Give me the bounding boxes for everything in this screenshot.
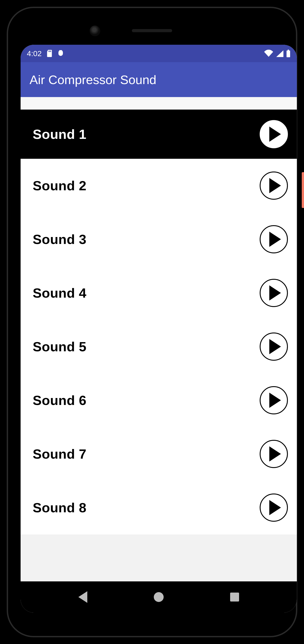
- content-top-gap: [21, 97, 297, 110]
- svg-rect-5: [286, 50, 290, 57]
- svg-rect-2: [50, 50, 51, 52]
- play-button[interactable]: [260, 386, 288, 414]
- sound-row[interactable]: Sound 6: [21, 374, 297, 427]
- sound-list[interactable]: Sound 1Sound 2Sound 3Sound 4Sound 5Sound…: [21, 110, 297, 534]
- status-right: [264, 50, 290, 57]
- sound-label: Sound 1: [33, 126, 260, 142]
- sound-label: Sound 5: [33, 339, 260, 354]
- play-button[interactable]: [260, 225, 288, 253]
- sd-card-icon: [47, 50, 52, 57]
- app-title: Air Compressor Sound: [30, 72, 156, 87]
- play-button[interactable]: [260, 279, 288, 307]
- sound-label: Sound 8: [33, 500, 260, 516]
- cellular-icon: [276, 50, 284, 57]
- nav-home-button[interactable]: [154, 592, 164, 602]
- play-button[interactable]: [260, 172, 288, 200]
- sound-label: Sound 7: [33, 446, 260, 462]
- nav-recent-button[interactable]: [230, 592, 239, 602]
- sound-label: Sound 4: [33, 285, 260, 301]
- svg-rect-0: [49, 50, 49, 52]
- wifi-icon: [264, 50, 273, 57]
- svg-rect-6: [288, 50, 289, 51]
- phone-frame: 4:02: [7, 7, 297, 637]
- svg-point-3: [59, 52, 60, 53]
- phone-screen-bezel: 4:02: [21, 45, 297, 613]
- phone-speaker: [132, 29, 172, 32]
- play-icon: [269, 126, 281, 142]
- play-icon: [269, 178, 281, 193]
- status-bar: 4:02: [21, 45, 297, 62]
- play-button[interactable]: [260, 332, 288, 361]
- sound-label: Sound 3: [33, 232, 260, 247]
- svg-rect-1: [50, 50, 50, 52]
- system-nav-bar: [21, 582, 297, 613]
- sound-row[interactable]: Sound 8: [21, 481, 297, 534]
- play-button[interactable]: [260, 494, 288, 522]
- phone-power-button: [302, 172, 304, 208]
- sound-row[interactable]: Sound 4: [21, 266, 297, 320]
- status-left: 4:02: [27, 49, 64, 58]
- sound-row[interactable]: Sound 1: [21, 110, 297, 159]
- debug-icon: [57, 50, 64, 57]
- app-bar: Air Compressor Sound: [21, 62, 297, 97]
- play-button[interactable]: [260, 440, 288, 468]
- sound-label: Sound 6: [33, 393, 260, 408]
- play-button[interactable]: [260, 120, 288, 148]
- sound-label: Sound 2: [33, 178, 260, 194]
- play-icon: [269, 446, 281, 462]
- sound-row[interactable]: Sound 2: [21, 159, 297, 212]
- play-icon: [269, 339, 281, 354]
- svg-point-4: [61, 52, 62, 53]
- nav-back-button[interactable]: [78, 591, 87, 603]
- content-area: Sound 1Sound 2Sound 3Sound 4Sound 5Sound…: [21, 97, 297, 582]
- play-icon: [269, 393, 281, 408]
- play-icon: [269, 285, 281, 300]
- status-time: 4:02: [27, 49, 42, 58]
- screen: 4:02: [21, 45, 297, 613]
- phone-front-camera: [90, 26, 100, 36]
- play-icon: [269, 500, 281, 515]
- sound-row[interactable]: Sound 5: [21, 320, 297, 374]
- play-icon: [269, 232, 281, 247]
- sound-row[interactable]: Sound 7: [21, 427, 297, 481]
- sound-row[interactable]: Sound 3: [21, 212, 297, 266]
- battery-icon: [286, 50, 290, 57]
